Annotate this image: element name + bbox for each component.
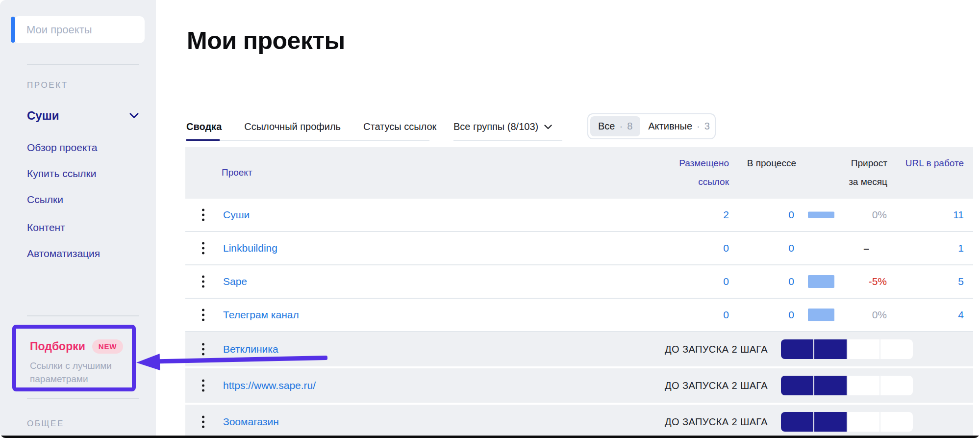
screenshot-bottom-edge <box>0 436 980 438</box>
tab-bar: Сводка Ссылочный профиль Статусы ссылок <box>186 121 436 132</box>
growth-sparkline <box>808 212 834 218</box>
launch-progress-bar <box>781 376 913 395</box>
tab-link-profile[interactable]: Ссылочный профиль <box>244 121 341 132</box>
launch-status-text: ДО ЗАПУСКА 2 ШАГА <box>665 344 768 355</box>
collections-title-row: Подборки NEW <box>30 339 132 354</box>
collections-link[interactable]: Подборки <box>30 340 85 353</box>
sidebar-divider <box>27 64 139 65</box>
filter-all-count: 8 <box>627 121 632 132</box>
table-row[interactable]: ВетклиникаДО ЗАПУСКА 2 ШАГА <box>185 332 973 366</box>
placed-links-count[interactable]: 2 <box>723 209 729 221</box>
launch-progress-bar <box>781 412 913 432</box>
monthly-growth-value: 0% <box>872 309 887 321</box>
row-menu-button[interactable] <box>200 274 206 290</box>
placed-links-count[interactable]: 0 <box>723 276 729 287</box>
project-switcher-label: Мои проекты <box>26 24 92 36</box>
launch-progress-bar <box>781 339 913 359</box>
growth-sparkline <box>808 275 834 288</box>
project-link[interactable]: Зоомагазин <box>223 416 279 428</box>
column-header-urls-in-work[interactable]: URL в работе <box>905 154 964 173</box>
header-line: за месяц <box>849 173 887 191</box>
sidebar: Мои проекты ПРОЕКТ Суши Обзор проектаКуп… <box>0 0 156 438</box>
project-link[interactable]: Linkbuilding <box>223 242 277 254</box>
in-progress-count[interactable]: 0 <box>788 309 794 321</box>
header-line: ссылок <box>679 173 729 191</box>
row-menu-button[interactable] <box>200 207 206 223</box>
monthly-growth-value: – <box>863 242 887 254</box>
launch-status-text: ДО ЗАПУСКА 2 ШАГА <box>665 380 768 391</box>
project-link[interactable]: Суши <box>223 209 250 221</box>
project-dropdown[interactable]: Суши <box>27 109 139 123</box>
sidebar-item-1[interactable]: Купить ссылки <box>27 168 97 180</box>
urls-in-work-count[interactable]: 11 <box>953 209 964 221</box>
column-header-monthly-growth[interactable]: Прирост за месяц <box>849 154 887 191</box>
placed-links-count[interactable]: 0 <box>723 309 729 321</box>
project-link[interactable]: Sape <box>223 276 247 287</box>
groups-dropdown[interactable]: Все группы (8/103) <box>453 121 562 132</box>
collections-description: Ссылки с лучшими параметрами <box>30 359 126 386</box>
table-row[interactable]: https://www.sape.ru/ДО ЗАПУСКА 2 ШАГА <box>185 368 973 403</box>
row-menu-button[interactable] <box>200 341 206 358</box>
active-project-indicator <box>11 17 15 43</box>
sidebar-section-project: ПРОЕКТ <box>27 80 68 90</box>
in-progress-count[interactable]: 0 <box>788 276 794 287</box>
filter-active-label: Активные <box>648 121 692 132</box>
chevron-down-icon <box>129 113 139 119</box>
sidebar-item-3[interactable]: Контент <box>27 222 65 233</box>
table-header: Проект Размещено ссылок В процессе Приро… <box>185 147 973 199</box>
chevron-down-icon <box>544 125 552 129</box>
row-menu-button[interactable] <box>200 378 206 394</box>
project-switcher[interactable]: Мои проекты <box>14 16 145 43</box>
header-line: Прирост <box>849 154 887 173</box>
active-tab-underline <box>186 139 220 141</box>
collections-card-highlighted[interactable]: Подборки NEW Ссылки с лучшими параметрам… <box>12 325 136 391</box>
urls-in-work-count[interactable]: 1 <box>958 242 964 254</box>
main-content: Мои проекты Сводка Ссылочный профиль Ста… <box>156 0 980 438</box>
table-row[interactable]: ЗоомагазинДО ЗАПУСКА 2 ШАГА <box>185 405 973 438</box>
sidebar-item-2[interactable]: Ссылки <box>27 194 63 206</box>
urls-in-work-count[interactable]: 4 <box>958 309 964 321</box>
row-menu-button[interactable] <box>200 307 206 323</box>
sidebar-item-4[interactable]: Автоматизация <box>27 248 100 259</box>
app-window: Мои проекты ПРОЕКТ Суши Обзор проектаКуп… <box>0 0 980 438</box>
column-header-placed-links[interactable]: Размещено ссылок <box>679 154 729 191</box>
filter-active-button[interactable]: Активные · 3 <box>640 116 718 136</box>
groups-dropdown-label: Все группы (8/103) <box>453 121 538 132</box>
urls-in-work-count[interactable]: 5 <box>958 276 964 287</box>
table-row[interactable]: Linkbuilding00–1 <box>185 232 973 265</box>
sidebar-item-0[interactable]: Обзор проекта <box>27 142 97 154</box>
in-progress-count[interactable]: 0 <box>788 242 794 254</box>
groups-dropdown-underline <box>453 140 562 141</box>
row-menu-button[interactable] <box>200 240 206 257</box>
filter-all-button[interactable]: Все · 8 <box>590 116 640 136</box>
table-row[interactable]: Суши200%11 <box>185 199 973 232</box>
column-header-in-progress[interactable]: В процессе <box>747 154 796 173</box>
column-header-project[interactable]: Проект <box>222 163 252 182</box>
launch-status-text: ДО ЗАПУСКА 2 ШАГА <box>665 416 768 428</box>
filter-active-count: 3 <box>704 121 710 132</box>
growth-sparkline <box>808 309 834 321</box>
page-title: Мои проекты <box>187 26 345 55</box>
placed-links-count[interactable]: 0 <box>723 242 729 254</box>
project-link[interactable]: Телеграм канал <box>223 309 299 321</box>
table-row[interactable]: Телеграм канал000%4 <box>185 299 973 332</box>
sidebar-section-general: ОБЩЕЕ <box>27 419 64 429</box>
monthly-growth-value: 0% <box>872 209 887 221</box>
table-row[interactable]: Sape00-5%5 <box>185 265 973 299</box>
projects-filter: Все · 8 Активные · 3 <box>587 113 716 139</box>
dot-separator: · <box>697 121 700 132</box>
current-project-name: Суши <box>27 109 59 123</box>
monthly-growth-value: -5% <box>869 276 887 287</box>
tab-bar-underline <box>186 140 429 141</box>
table-body: Суши200%11Linkbuilding00–1Sape00-5%5Теле… <box>185 199 973 438</box>
filter-all-label: Все <box>598 121 615 132</box>
tab-summary[interactable]: Сводка <box>186 121 222 132</box>
sidebar-divider <box>27 315 139 316</box>
project-link[interactable]: Ветклиника <box>223 343 278 355</box>
sidebar-divider <box>27 398 139 399</box>
tab-link-statuses[interactable]: Статусы ссылок <box>363 121 436 132</box>
row-menu-button[interactable] <box>200 414 206 430</box>
project-link[interactable]: https://www.sape.ru/ <box>223 380 316 391</box>
in-progress-count[interactable]: 0 <box>788 209 794 221</box>
projects-table: Проект Размещено ссылок В процессе Приро… <box>185 147 973 438</box>
